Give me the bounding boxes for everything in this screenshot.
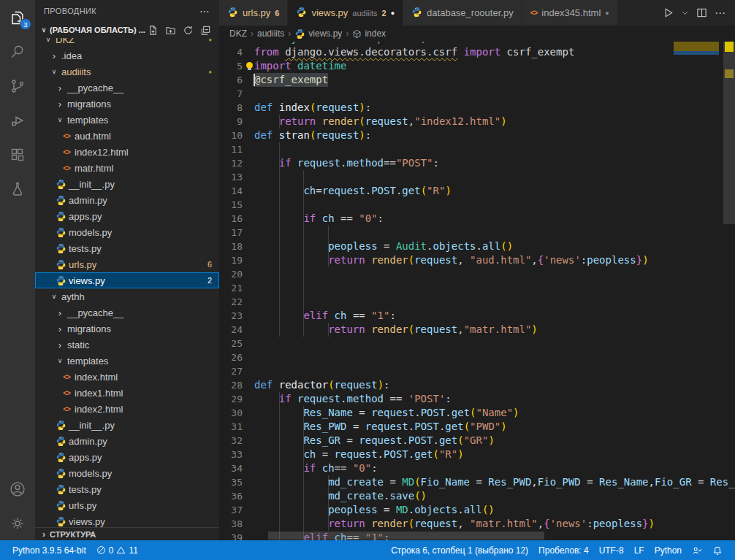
python-interpreter[interactable]: Python 3.9.5 64-bit: [7, 540, 91, 560]
new-file-icon[interactable]: [146, 23, 159, 37]
code-line-34[interactable]: 34 if ch== "0":: [219, 461, 735, 475]
code-line-26[interactable]: 26: [219, 350, 735, 364]
sidebar-more-icon[interactable]: ⋯: [199, 5, 210, 17]
account-icon[interactable]: [0, 472, 35, 506]
tree-item-static[interactable]: ›static: [35, 337, 219, 353]
tree-item-models.py[interactable]: models.py: [35, 224, 219, 240]
eol-sequence[interactable]: LF: [629, 545, 650, 556]
tree-item-__pycache__[interactable]: ›__pycache__: [35, 80, 219, 96]
code-line-36[interactable]: 36 md_create.save(): [219, 489, 735, 503]
tree-item-index12.html[interactable]: <>index12.html: [35, 144, 219, 160]
tree-item-migrations[interactable]: ›migrations: [35, 96, 219, 112]
code-line-9[interactable]: 9 return render(request,"index12.html"): [219, 115, 735, 129]
code-line-35[interactable]: 35 md_create = MD(Fio_Name = Res_PWD,Fio…: [219, 475, 735, 489]
code-line-12[interactable]: 12 if request.method=="POST":: [219, 156, 735, 170]
tab-urls.py[interactable]: urls.py6: [219, 0, 288, 26]
code-line-18[interactable]: 18 peopless = Audit.objects.all(): [219, 239, 735, 253]
tab-views.py[interactable]: views.pyaudiiits2●: [288, 0, 403, 26]
code-line-19[interactable]: 19 return render(request, "aud.html",{'n…: [219, 253, 735, 267]
code-line-22[interactable]: 22: [219, 295, 735, 309]
tree-item-apps.py[interactable]: apps.py: [35, 208, 219, 224]
code-line-17[interactable]: 17: [219, 226, 735, 239]
code-line-4[interactable]: 4from django.views.decorators.csrf impor…: [219, 45, 735, 59]
code-line-7[interactable]: 7: [219, 87, 735, 101]
tree-item-tests.py[interactable]: tests.py: [35, 481, 219, 497]
tree-item-templates[interactable]: ∨templates: [35, 353, 219, 369]
tree-item-index.html[interactable]: <>index.html: [35, 369, 219, 385]
code-line-38[interactable]: 38 return render(request, "matr.html",{'…: [219, 517, 735, 531]
tree-item-DKZ[interactable]: ∨DKZ●: [35, 38, 219, 47]
encoding[interactable]: UTF-8: [594, 545, 629, 556]
tree-item-apps.py[interactable]: apps.py: [35, 449, 219, 465]
feedback-icon[interactable]: [687, 545, 707, 556]
code-line-8[interactable]: 8def index(request):: [219, 101, 735, 115]
code-line-31[interactable]: 31 Res_PWD = request.POST.get("PWD"): [219, 420, 735, 434]
tree-item-.idea[interactable]: ›.idea: [35, 47, 219, 64]
dirty-dot-icon[interactable]: ●: [391, 9, 395, 17]
code-line-24[interactable]: 24 return render(request,"matr.html"): [219, 323, 735, 337]
breadcrumb-item-views.py[interactable]: views.py: [294, 28, 342, 39]
code-line-28[interactable]: 28def redactor(request):: [219, 378, 735, 392]
code-line-11[interactable]: 11: [219, 142, 735, 156]
code-line-25[interactable]: 25: [219, 337, 735, 350]
collapse-all-icon[interactable]: [199, 23, 212, 37]
problems-indicator[interactable]: 0 11: [91, 540, 143, 560]
tree-item-index2.html[interactable]: <>index2.html: [35, 401, 219, 417]
tree-item-admin.py[interactable]: admin.py: [35, 192, 219, 208]
tree-item-templates[interactable]: ∨templates: [35, 112, 219, 128]
code-line-5[interactable]: 5import datetime: [219, 59, 735, 73]
code-line-32[interactable]: 32 Res_GR = request.POST.get("GR"): [219, 434, 735, 448]
tree-item-tests.py[interactable]: tests.py: [35, 240, 219, 256]
run-icon[interactable]: [663, 7, 674, 18]
tree-item-__init__.py[interactable]: __init__.py: [35, 417, 219, 433]
extensions-icon[interactable]: [0, 137, 35, 172]
code-line-33[interactable]: 33 ch = request.POST.get("R"): [219, 448, 735, 461]
workspace-section-header[interactable]: ∨ (РАБОЧАЯ ОБЛАСТЬ) ...: [35, 22, 219, 38]
search-icon[interactable]: [0, 34, 35, 69]
lightbulb-icon[interactable]: [245, 62, 254, 70]
tree-item-__pycache__[interactable]: ›__pycache__: [35, 304, 219, 321]
code-line-30[interactable]: 30 Res_Name = request.POST.get("Name"): [219, 406, 735, 420]
tree-item-urls.py[interactable]: urls.py6: [35, 256, 219, 272]
code-line-27[interactable]: 27: [219, 364, 735, 378]
code-line-29[interactable]: 29 if request.method == 'POST':: [219, 392, 735, 406]
testing-icon[interactable]: [0, 172, 35, 206]
code-line-20[interactable]: 20: [219, 267, 735, 281]
refresh-icon[interactable]: [181, 23, 194, 37]
code-line-37[interactable]: 37 peopless = MD.objects.all(): [219, 503, 735, 517]
breadcrumb-item-index[interactable]: index: [352, 28, 386, 39]
tab-database_roouter.py[interactable]: database_roouter.py: [403, 0, 522, 26]
code-line-21[interactable]: 21: [219, 281, 735, 295]
tree-item-matr.html[interactable]: <>matr.html: [35, 160, 219, 176]
code-line-10[interactable]: 10def stran(request):: [219, 129, 735, 142]
source-control-icon[interactable]: [0, 69, 35, 103]
more-actions-icon[interactable]: ⋯: [715, 7, 726, 20]
run-dropdown-chevron-icon[interactable]: [681, 9, 689, 17]
tree-item-migrations[interactable]: ›migrations: [35, 321, 219, 337]
code-line-6[interactable]: 6@csrf_exempt: [219, 73, 735, 87]
tab-index345.html[interactable]: <>index345.html●: [522, 0, 618, 26]
outline-section-header[interactable]: › СТРУКТУРА: [35, 527, 219, 540]
tree-item-views.py[interactable]: views.py2: [35, 272, 219, 288]
split-editor-icon[interactable]: [696, 7, 707, 18]
code-line-13[interactable]: 13: [219, 170, 735, 184]
tree-item-aythh[interactable]: ∨aythh: [35, 288, 219, 304]
settings-gear-icon[interactable]: [0, 506, 35, 540]
code-line-14[interactable]: 14 ch=request.POST.get("R"): [219, 184, 735, 198]
tree-item-audiiits[interactable]: ∨audiiits●: [35, 64, 219, 80]
breadcrumb-item-DKZ[interactable]: DKZ: [229, 28, 247, 39]
tree-item-urls.py[interactable]: urls.py: [35, 497, 219, 513]
horizontal-scrollbar[interactable]: [268, 532, 544, 540]
indentation[interactable]: Пробелов: 4: [533, 545, 594, 556]
cursor-position[interactable]: Строка 6, столбец 1 (выбрано 12): [386, 545, 533, 556]
code-editor[interactable]: 3from aythh.models import MD,Audit4from …: [219, 42, 735, 540]
breadcrumb-item-audiiits[interactable]: audiiits: [257, 28, 284, 39]
explorer-icon[interactable]: 3: [0, 0, 35, 34]
tree-item-__init__.py[interactable]: __init__.py: [35, 176, 219, 192]
tree-item-index1.html[interactable]: <>index1.html: [35, 385, 219, 401]
tree-item-aud.html[interactable]: <>aud.html: [35, 128, 219, 144]
tree-item-admin.py[interactable]: admin.py: [35, 433, 219, 449]
language-mode[interactable]: Python: [650, 545, 687, 556]
tree-item-views.py[interactable]: views.py: [35, 513, 219, 527]
run-debug-icon[interactable]: [0, 103, 35, 137]
